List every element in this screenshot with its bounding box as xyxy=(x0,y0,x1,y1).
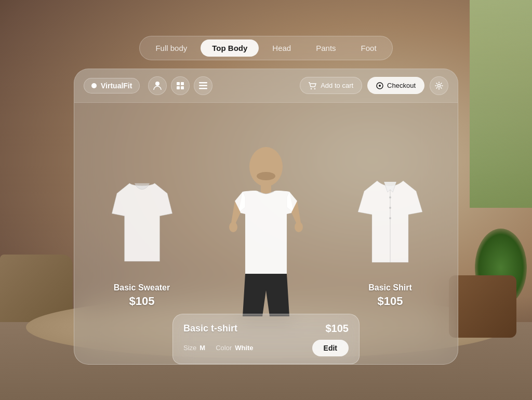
list-icon-button[interactable] xyxy=(194,76,212,95)
brand-logo[interactable]: VirtualFit xyxy=(84,78,140,94)
svg-point-0 xyxy=(155,82,159,86)
tab-pants[interactable]: Pants xyxy=(304,39,347,57)
center-model xyxy=(194,140,338,337)
svg-rect-2 xyxy=(181,82,184,85)
tab-full-body[interactable]: Full body xyxy=(144,39,198,57)
color-value: White xyxy=(235,344,253,352)
color-group: Color White xyxy=(216,344,253,352)
main-panel: VirtualFit xyxy=(74,69,458,365)
svg-point-8 xyxy=(311,88,312,89)
grid-icon-button[interactable] xyxy=(171,76,190,95)
current-product-name: Basic t-shirt xyxy=(183,323,237,334)
svg-point-19 xyxy=(249,147,283,186)
svg-point-21 xyxy=(229,222,237,232)
sweater-price: $105 xyxy=(114,295,170,308)
add-to-cart-label: Add to cart xyxy=(321,82,353,89)
svg-point-26 xyxy=(389,207,391,209)
edit-button[interactable]: Edit xyxy=(312,340,349,356)
brand-name: VirtualFit xyxy=(101,82,132,90)
svg-rect-5 xyxy=(199,82,207,84)
category-tabs: Full body Top Body Head Pants Foot xyxy=(139,36,392,60)
svg-point-23 xyxy=(257,172,275,180)
sweater-name: Basic Sweater xyxy=(114,283,170,292)
product-card-sweater[interactable]: Basic Sweater $105 xyxy=(90,169,194,308)
settings-icon-button[interactable] xyxy=(430,76,448,95)
size-group: Size M xyxy=(183,344,205,352)
product-card-shirt[interactable]: Basic Shirt $105 xyxy=(338,169,442,308)
shirt-price: $105 xyxy=(368,295,412,308)
checkout-button[interactable]: Checkout xyxy=(367,77,424,94)
tab-head[interactable]: Head xyxy=(261,39,302,57)
header-right: Add to cart Checkout xyxy=(300,76,448,95)
product-details: Size M Color White Edit xyxy=(183,340,349,356)
shirt-name: Basic Shirt xyxy=(368,283,412,292)
tab-top-body[interactable]: Top Body xyxy=(201,39,259,57)
human-model xyxy=(206,140,326,337)
size-value: M xyxy=(200,344,205,352)
bottom-card-header: Basic t-shirt $105 xyxy=(183,323,349,335)
svg-rect-6 xyxy=(199,85,207,86)
svg-rect-3 xyxy=(177,86,180,89)
panel-header: VirtualFit xyxy=(74,69,458,103)
panel-content: Basic Sweater $105 xyxy=(74,103,458,364)
color-label: Color xyxy=(216,344,232,352)
size-label: Size xyxy=(183,344,196,352)
person-icon-button[interactable] xyxy=(148,76,167,95)
logo-dot-icon xyxy=(91,83,97,88)
header-icons xyxy=(148,76,212,95)
app-wrapper: Full body Top Body Head Pants Foot Virtu… xyxy=(0,0,532,400)
shirt-image xyxy=(346,169,434,273)
svg-point-12 xyxy=(438,84,441,87)
sweater-info: Basic Sweater $105 xyxy=(114,283,170,308)
svg-rect-4 xyxy=(181,86,184,89)
add-to-cart-button[interactable]: Add to cart xyxy=(300,77,362,94)
svg-rect-7 xyxy=(199,88,207,89)
checkout-label: Checkout xyxy=(387,82,416,89)
bottom-info-card: Basic t-shirt $105 Size M Color White Ed… xyxy=(172,314,360,364)
svg-rect-20 xyxy=(261,184,271,194)
svg-rect-1 xyxy=(177,82,180,85)
svg-point-25 xyxy=(389,196,391,198)
svg-point-27 xyxy=(389,217,391,219)
tab-foot[interactable]: Foot xyxy=(350,39,388,57)
current-product-price: $105 xyxy=(326,323,349,335)
sweater-image xyxy=(98,169,186,273)
svg-point-11 xyxy=(379,85,381,87)
shirt-info: Basic Shirt $105 xyxy=(368,283,412,308)
svg-point-22 xyxy=(295,222,303,232)
svg-point-9 xyxy=(314,88,315,89)
